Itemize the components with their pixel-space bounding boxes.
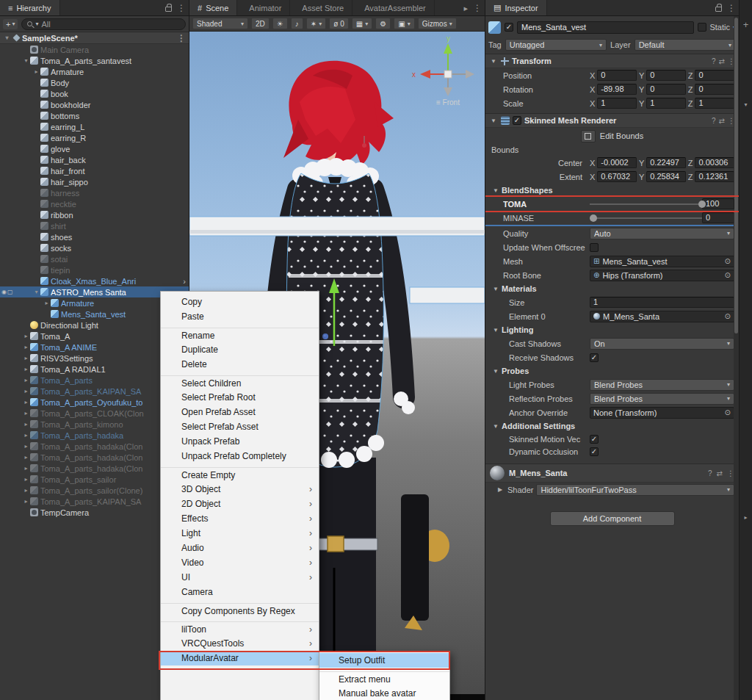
audio-toggle-icon[interactable]: ♪ (291, 18, 303, 29)
context-menu-item[interactable]: Video (161, 555, 319, 570)
context-menu-item[interactable]: Select Prefab Root (161, 390, 319, 405)
tab-hierarchy[interactable]: ≡ Hierarchy (0, 0, 60, 15)
context-menu-item[interactable]: Open Prefab Asset (161, 405, 319, 419)
transform-component-header[interactable]: ▼ Transform ? ⇄ ⋮ (485, 54, 739, 68)
hierarchy-row[interactable]: sotai (0, 253, 189, 264)
context-menu-item[interactable]: Select Prefab Asset (161, 419, 319, 434)
lock-icon[interactable] (165, 7, 172, 12)
foldout-arrow-icon[interactable] (22, 344, 30, 350)
context-menu-item[interactable]: Audio (161, 541, 319, 555)
create-button[interactable]: + ▾ (3, 19, 18, 29)
scene-view-tab[interactable]: # Scene (189, 0, 237, 15)
hierarchy-search-input[interactable]: ▾ All (21, 18, 186, 30)
foldout-arrow-icon[interactable] (3, 35, 11, 41)
blendshapes-foldout[interactable]: ▼ BlendShapes (485, 184, 739, 197)
hierarchy-row[interactable]: ribbon (0, 209, 189, 220)
z-field[interactable]: 1 (695, 98, 734, 109)
context-menu-item[interactable]: Camera (161, 585, 319, 599)
hierarchy-row[interactable]: earring_R (0, 132, 189, 143)
materials-size-field[interactable]: 1 (590, 297, 734, 308)
lock-icon[interactable] (715, 7, 722, 12)
submenu-item[interactable]: Setup Outfit (319, 653, 449, 668)
hierarchy-row[interactable]: earring_L (0, 121, 189, 132)
context-menu-item[interactable]: 2D Object (161, 497, 319, 511)
blendshape-slider[interactable] (590, 213, 702, 223)
foldout-arrow-icon[interactable]: ▼ (489, 58, 498, 65)
help-icon[interactable]: ? (708, 469, 712, 477)
foldout-arrow-icon[interactable] (22, 498, 30, 505)
z-field[interactable]: 0 (695, 70, 734, 81)
foldout-arrow-icon[interactable] (32, 68, 40, 75)
tag-dropdown[interactable]: Untagged ▾ (505, 39, 607, 51)
context-menu-item[interactable]: Unpack Prefab (161, 434, 319, 449)
static-checkbox[interactable] (698, 23, 706, 32)
context-menu-item[interactable]: ModularAvatar (161, 651, 319, 665)
lighting-foldout[interactable]: ▼ Lighting (485, 323, 739, 336)
foldout-arrow-icon[interactable] (22, 377, 30, 383)
update-offscreen-checkbox[interactable] (590, 243, 599, 252)
submenu-item[interactable]: Extract menu (319, 671, 449, 686)
effects-dropdown-icon[interactable]: ✶▾ (306, 18, 326, 29)
hierarchy-row[interactable]: bottoms (0, 110, 189, 121)
shader-dropdown[interactable]: Hidden/lilToonFurTwoPass▾ (536, 484, 734, 496)
help-icon[interactable]: ? (712, 117, 716, 125)
y-field[interactable]: 0 (646, 84, 686, 95)
hierarchy-row[interactable]: shirt (0, 220, 189, 231)
root-bone-object-field[interactable]: ⊕ Hips (Transform) ⊙ (590, 270, 734, 281)
y-field[interactable]: 0.22497 (646, 157, 686, 168)
tab-inspector[interactable]: ▤ Inspector (485, 0, 547, 15)
scene-view-tab[interactable]: AvatarAssembler (352, 0, 435, 15)
foldout-arrow-icon[interactable]: ▶ (496, 486, 505, 493)
slider-knob[interactable] (698, 201, 706, 208)
hidden-objects-toggle[interactable]: ø0 (329, 18, 349, 29)
gizmos-dropdown[interactable]: Gizmos▾ (418, 18, 457, 29)
camera-dropdown-icon[interactable]: ▣▾ (394, 18, 414, 29)
scene-menu-icon[interactable]: ⋮ (177, 33, 186, 43)
context-menu-item[interactable]: Delete (161, 357, 319, 372)
context-menu-item[interactable]: Paste (161, 309, 319, 324)
scene-header-row[interactable]: SampleScene* ⋮ (0, 32, 189, 44)
hierarchy-row[interactable]: Toma_A_parts_santavest (0, 55, 189, 66)
context-menu-item[interactable]: Duplicate (161, 342, 319, 357)
presets-icon[interactable]: ⇄ (719, 117, 725, 125)
light-probes-dropdown[interactable]: Blend Probes▾ (590, 379, 734, 391)
foldout-arrow-icon[interactable]: ▼ (489, 118, 498, 124)
scene-view-tab[interactable]: Asset Store (290, 0, 352, 15)
scene-view-tab[interactable]: Animator (237, 0, 290, 15)
active-checkbox[interactable] (505, 23, 513, 32)
layer-dropdown[interactable]: Default ▾ (634, 39, 736, 51)
smr-component-header[interactable]: ▼ Skinned Mesh Renderer ? ⇄ ⋮ (485, 113, 739, 128)
y-field[interactable]: 0 (646, 70, 686, 81)
z-field[interactable]: 0.00306 (695, 157, 734, 168)
hierarchy-row[interactable]: hair_back (0, 154, 189, 165)
orientation-gizmo[interactable]: y x ≡ Front (412, 35, 474, 107)
context-menu-item[interactable]: UI (161, 570, 319, 585)
hierarchy-row[interactable]: harness (0, 187, 189, 198)
blendshape-value-field[interactable]: 0 (702, 212, 734, 223)
foldout-arrow-icon[interactable] (22, 421, 30, 427)
foldout-arrow-icon[interactable] (22, 333, 30, 339)
hierarchy-row[interactable]: Body (0, 77, 189, 88)
skinned-motion-vectors-checkbox[interactable] (590, 435, 599, 444)
context-menu-item[interactable]: Create Empty (161, 467, 319, 482)
hierarchy-row[interactable]: Main Camera (0, 44, 189, 55)
context-menu-item[interactable]: Copy (161, 295, 319, 309)
foldout-arrow-icon[interactable] (22, 57, 30, 64)
slider-knob[interactable] (590, 214, 597, 222)
foldout-arrow-icon[interactable] (22, 388, 30, 394)
inspector-scrollbar[interactable] (734, 16, 739, 700)
x-field[interactable]: -89.98 (597, 84, 637, 95)
blendshape-value-field[interactable]: 100 (702, 198, 734, 209)
object-picker-icon[interactable]: ⊙ (725, 312, 731, 320)
2d-toggle[interactable]: 2D (251, 18, 270, 29)
hierarchy-row[interactable]: hair_front (0, 165, 189, 176)
additional-settings-foldout[interactable]: ▼ Additional Settings (485, 419, 739, 433)
hierarchy-row[interactable]: necktie (0, 198, 189, 209)
context-menu-item[interactable]: lilToon (161, 621, 319, 636)
foldout-arrow-icon[interactable] (22, 465, 30, 472)
receive-shadows-checkbox[interactable] (590, 353, 599, 362)
y-field[interactable]: 1 (646, 98, 686, 109)
context-menu-item[interactable]: VRCQuestTools (161, 636, 319, 651)
object-picker-icon[interactable]: ⊙ (725, 257, 731, 265)
anchor-override-field[interactable]: None (Transform) ⊙ (590, 407, 734, 419)
